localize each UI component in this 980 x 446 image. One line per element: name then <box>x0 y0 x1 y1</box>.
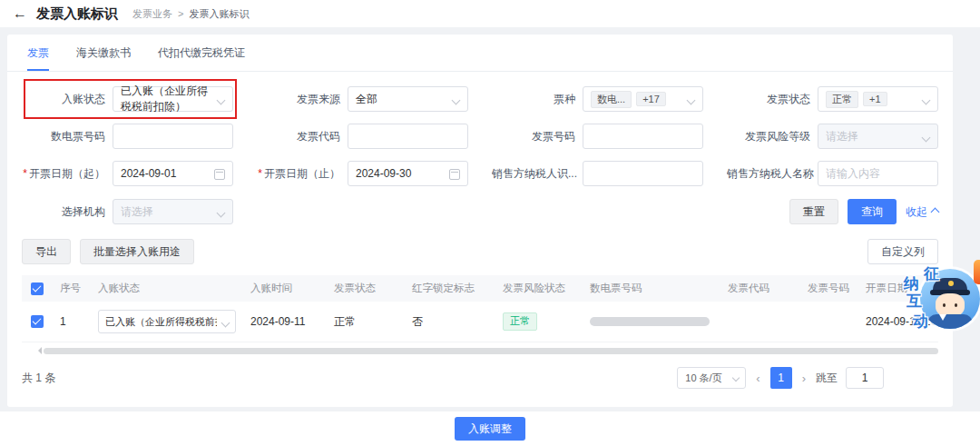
select-all-checkbox[interactable] <box>31 282 44 295</box>
col-invoice-code: 发票代码 <box>720 275 800 302</box>
filter-org: 选择机构 请选择 <box>22 199 233 224</box>
side-widget-tab[interactable] <box>974 260 980 284</box>
invoice-status-multiselect[interactable]: 正常 +1 <box>818 86 938 112</box>
invoice-source-label: 发票来源 <box>257 92 348 107</box>
filter-invoice-source: 发票来源 全部 <box>257 86 468 112</box>
invoice-code-label: 发票代码 <box>257 129 348 144</box>
issue-date-start-label: *开票日期（起） <box>22 166 113 182</box>
mascot-text-char: 互 <box>906 291 922 312</box>
required-mark: * <box>258 167 262 180</box>
batch-select-usage-button[interactable]: 批量选择入账用途 <box>80 239 194 264</box>
table-summary-row: 共 1 条 10 条/页 ‹ 1 › 跳至 <box>22 367 938 389</box>
ticket-type-more-tag: +17 <box>636 92 666 106</box>
invoice-no-label: 发票号码 <box>492 129 583 144</box>
breadcrumb-current: 发票入账标识 <box>189 7 249 21</box>
export-button[interactable]: 导出 <box>22 239 71 264</box>
filter-form: 入账状态 已入账（企业所得税税前扣除） 发票来源 全部 票种 数电... +17… <box>22 86 938 186</box>
col-invoice-status: 发票状态 <box>327 275 405 302</box>
chevron-up-icon <box>931 207 940 216</box>
issue-date-end-label: *开票日期（止） <box>257 166 348 182</box>
prev-page-button[interactable]: ‹ <box>754 372 761 385</box>
invoice-code-field <box>348 124 468 149</box>
next-page-button[interactable]: › <box>800 372 808 385</box>
chevron-down-icon <box>922 134 931 143</box>
issue-date-end-picker[interactable] <box>348 161 468 186</box>
chevron-down-icon <box>217 96 226 105</box>
ticket-type-tag: 数电... <box>591 91 632 108</box>
page-size-select[interactable]: 10 条/页 <box>677 367 746 389</box>
col-digital-invoice-no: 数电票号码 <box>583 275 720 302</box>
risk-status-badge: 正常 <box>503 312 537 330</box>
tab-bar: 发票 海关缴款书 代扣代缴完税凭证 <box>7 35 953 72</box>
digital-invoice-no-input[interactable] <box>121 130 212 143</box>
query-button[interactable]: 查询 <box>848 199 897 224</box>
calendar-icon <box>449 169 460 180</box>
issue-date-start-input[interactable] <box>121 167 212 180</box>
tab-invoice[interactable]: 发票 <box>27 45 49 71</box>
mascot-eye <box>955 303 957 307</box>
row-checkbox[interactable] <box>31 315 44 328</box>
entry-status-label: 入账状态 <box>22 92 113 107</box>
col-entry-time: 入账时间 <box>243 275 327 302</box>
digital-invoice-no-field <box>113 124 233 149</box>
risk-level-select[interactable]: 请选择 <box>818 124 938 149</box>
reset-button[interactable]: 重置 <box>789 199 838 224</box>
horizontal-scrollbar <box>34 347 938 354</box>
row-entry-status-select[interactable]: 已入账（企业所得税税前扣除） <box>98 310 236 333</box>
seller-name-field <box>818 161 938 186</box>
scroll-left-icon[interactable] <box>34 347 42 354</box>
chevron-down-icon <box>687 96 696 105</box>
back-icon[interactable]: ← <box>13 6 27 21</box>
filter-invoice-code: 发票代码 <box>257 124 468 149</box>
seller-tax-id-field <box>583 161 703 186</box>
ticket-type-multiselect[interactable]: 数电... +17 <box>583 86 703 112</box>
invoice-no-input[interactable] <box>591 130 682 143</box>
cell-entry-time: 2024-09-11 <box>243 302 327 342</box>
cell-invoice-code <box>720 302 800 342</box>
invoice-table: 序号 入账状态 入账时间 发票状态 红字锁定标志 发票风险状态 数电票号码 发票… <box>22 275 938 342</box>
invoice-status-more-tag: +1 <box>863 92 887 106</box>
invoice-code-input[interactable] <box>356 130 447 143</box>
jump-page-input[interactable] <box>846 367 884 389</box>
custom-columns-button[interactable]: 自定义列 <box>867 239 938 264</box>
invoice-source-select[interactable]: 全部 <box>348 86 468 112</box>
chevron-down-icon <box>221 319 230 328</box>
breadcrumb-parent[interactable]: 发票业务 <box>132 7 172 21</box>
ticket-type-label: 票种 <box>492 92 583 107</box>
filter-actions: 重置 查询 收起 <box>789 199 938 224</box>
digital-invoice-no-label: 数电票号码 <box>22 129 113 144</box>
col-risk-status: 发票风险状态 <box>495 275 583 302</box>
filter-invoice-status: 发票状态 正常 +1 <box>727 86 938 112</box>
scrollbar-thumb[interactable] <box>44 348 938 354</box>
invoice-status-label: 发票状态 <box>727 92 818 107</box>
col-seq: 序号 <box>53 275 91 302</box>
col-red-lock-flag: 红字锁定标志 <box>405 275 495 302</box>
col-entry-status: 入账状态 <box>91 275 243 302</box>
jump-label: 跳至 <box>816 371 838 386</box>
org-label: 选择机构 <box>22 204 113 220</box>
bottom-action-bar: 入账调整 <box>0 411 980 446</box>
chevron-down-icon <box>452 96 461 105</box>
seller-tax-id-input[interactable] <box>591 167 682 180</box>
chevron-down-icon <box>217 209 226 218</box>
seller-name-label: 销售方纳税人名称 <box>727 166 818 182</box>
mascot-text-char: 征 <box>924 263 939 284</box>
breadcrumb-separator: > <box>178 8 183 19</box>
org-select[interactable]: 请选择 <box>113 199 233 224</box>
top-bar: ← 发票入账标识 发票业务 > 发票入账标识 <box>0 0 980 27</box>
issue-date-start-picker[interactable] <box>113 161 233 186</box>
mascot-assistant[interactable]: 征 纳 互 动 <box>864 262 965 342</box>
seller-name-input[interactable] <box>826 167 917 180</box>
issue-date-end-input[interactable] <box>356 167 447 180</box>
chevron-down-icon <box>732 374 740 382</box>
collapse-link[interactable]: 收起 <box>906 204 938 220</box>
entry-adjust-button[interactable]: 入账调整 <box>455 417 525 441</box>
current-page-button[interactable]: 1 <box>770 367 792 389</box>
invoice-no-field <box>583 124 703 149</box>
tab-withholding-certificate[interactable]: 代扣代缴完税凭证 <box>158 45 245 71</box>
breadcrumb: 发票业务 > 发票入账标识 <box>132 7 249 21</box>
table-row: 1 已入账（企业所得税税前扣除） 2024-09-11 正常 否 正常 2024 <box>22 302 938 342</box>
invoice-status-tag: 正常 <box>826 91 858 108</box>
tab-customs-payment[interactable]: 海关缴款书 <box>76 45 131 71</box>
entry-status-select[interactable]: 已入账（企业所得税税前扣除） <box>113 86 233 112</box>
